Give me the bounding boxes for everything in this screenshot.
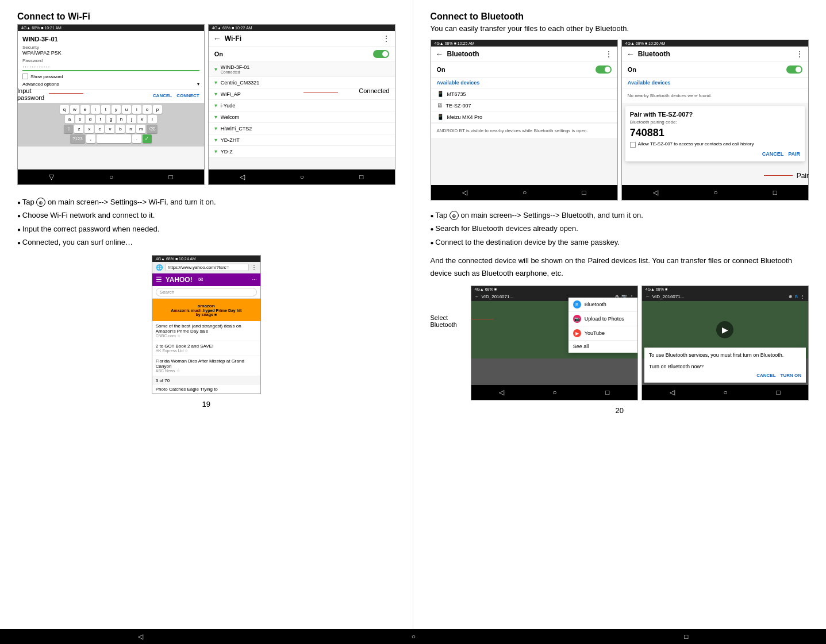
browser-url[interactable]: https://www.yahoo.com/?tsrc= (165, 264, 249, 271)
nav-home-1[interactable]: ○ (109, 173, 113, 181)
key-h[interactable]: h (117, 115, 126, 124)
key-c[interactable]: c (95, 125, 104, 133)
bt-menu-dots-1[interactable]: ⋮ (605, 49, 613, 59)
nav-recent-1[interactable]: □ (168, 173, 172, 181)
bt-device-name-2: Meizu MX4 Pro (447, 114, 483, 120)
turn-on-confirm-button[interactable]: TURN ON (781, 373, 801, 378)
mail-icon[interactable]: ✉ (198, 276, 203, 283)
news-item-2[interactable]: 2 to GO!! Book 2 and SAVE! HK Express Lt… (152, 341, 260, 356)
bt-device-0[interactable]: 📱 MT6735 (431, 88, 617, 100)
key-a[interactable]: a (65, 115, 74, 124)
key-enter[interactable]: ✓ (143, 134, 152, 143)
key-k[interactable]: k (137, 115, 147, 124)
advanced-options-row[interactable]: Advanced options ▾ (22, 82, 199, 90)
news-item-3[interactable]: Florida Woman Dies After Misstep at Gran… (152, 356, 260, 376)
key-b[interactable]: b (116, 125, 125, 133)
share-photos-item[interactable]: 📷 Upload to Photos (568, 312, 637, 326)
share-nav-back-2[interactable]: ◁ (670, 388, 675, 396)
key-numbers[interactable]: ?123 (70, 134, 85, 143)
key-o[interactable]: o (143, 105, 152, 114)
key-v[interactable]: v (105, 125, 114, 133)
cancel-button[interactable]: CANCEL (153, 93, 172, 98)
network-item-5[interactable]: ▾ HiWiFi_CTS2 (209, 123, 395, 134)
turn-on-cancel-button[interactable]: CANCEL (756, 373, 775, 378)
bt-toggle-switch-1[interactable] (596, 65, 612, 74)
key-backspace[interactable]: ⌫ (147, 125, 157, 133)
bt-nav-back-1[interactable]: ◁ (462, 188, 467, 196)
share-icon-2[interactable]: ⊕ (789, 294, 793, 299)
network-item-0[interactable]: ▾ WIND-3F-01 Connected (209, 62, 395, 77)
key-z[interactable]: z (74, 125, 83, 133)
show-password-checkbox[interactable] (22, 74, 28, 79)
hamburger-icon[interactable]: ☰ (156, 276, 162, 284)
wifi-back-arrow[interactable]: ← (213, 34, 221, 43)
network-item-6[interactable]: ▾ YD-ZHT (209, 134, 395, 146)
network-item-3[interactable]: ▾ i-Yude (209, 100, 395, 111)
share-nav-recent[interactable]: □ (605, 388, 609, 396)
bt-back-arrow-2[interactable]: ← (627, 49, 635, 59)
key-shift[interactable]: ⇧ (64, 125, 73, 133)
key-t[interactable]: t (101, 105, 110, 114)
bt-toggle-switch-2[interactable] (786, 65, 802, 74)
pair-pair-button[interactable]: PAIR (788, 151, 800, 157)
share-yt-item[interactable]: ▶ YouTube (568, 326, 637, 341)
key-g[interactable]: g (106, 115, 116, 124)
key-s[interactable]: s (75, 115, 84, 124)
bt-nav-back-2[interactable]: ◁ (653, 188, 658, 196)
key-f[interactable]: f (96, 115, 105, 124)
share-see-all-item[interactable]: See all (568, 341, 637, 353)
network-name-6: YD-ZHT (221, 137, 389, 143)
key-w[interactable]: w (70, 105, 79, 114)
key-i[interactable]: i (132, 105, 141, 114)
network-item-4[interactable]: ▾ Welcom (209, 111, 395, 123)
nav-back-2[interactable]: ◁ (240, 173, 245, 181)
share-nav-home[interactable]: ○ (552, 388, 556, 396)
share-bt-item[interactable]: B Bluetooth (568, 298, 637, 312)
key-u[interactable]: u (122, 105, 131, 114)
key-e[interactable]: e (80, 105, 90, 114)
bt-nav-home-1[interactable]: ○ (523, 188, 527, 196)
bt-device-1[interactable]: 🖥 TE-SZ-007 (431, 100, 617, 111)
key-q[interactable]: q (60, 105, 69, 114)
network-item-1[interactable]: ▾ Centric_CM3321 (209, 77, 395, 88)
share-back-btn-2[interactable]: ← (646, 294, 650, 299)
bt-back-arrow-1[interactable]: ← (436, 49, 444, 59)
share-back-btn[interactable]: ← (475, 294, 479, 299)
pair-cancel-button[interactable]: CANCEL (762, 151, 784, 157)
yahoo-search-input[interactable] (156, 288, 257, 296)
network-item-7[interactable]: ▾ YD-Z (209, 146, 395, 157)
connect-button[interactable]: CONNECT (176, 93, 199, 98)
browser-menu-dots[interactable]: ⋮ (251, 264, 257, 271)
nav-home-2[interactable]: ○ (300, 173, 304, 181)
bt-nav-recent-1[interactable]: □ (582, 188, 586, 196)
key-j[interactable]: j (127, 115, 136, 124)
key-x[interactable]: x (84, 125, 94, 133)
news-item-1[interactable]: Some of the best (and strangest) deals o… (152, 321, 260, 341)
pair-checkbox[interactable] (630, 142, 636, 148)
bt-nav-recent-2[interactable]: □ (773, 188, 777, 196)
key-y[interactable]: y (112, 105, 121, 114)
wifi-menu-dots[interactable]: ⋮ (382, 34, 390, 43)
share-more-icon-2[interactable]: ⋮ (800, 294, 805, 299)
more-icon[interactable]: ··· (252, 276, 256, 283)
password-input[interactable]: ············ (22, 63, 199, 71)
key-r[interactable]: r (91, 105, 100, 114)
key-l[interactable]: l (148, 115, 157, 124)
key-period[interactable]: . (132, 134, 141, 143)
share-nav-recent-2[interactable]: □ (776, 388, 780, 396)
key-comma[interactable]: , (86, 134, 95, 143)
key-n[interactable]: n (126, 125, 135, 133)
play-button[interactable]: ▶ (716, 321, 733, 338)
share-nav-back[interactable]: ◁ (499, 388, 504, 396)
key-m[interactable]: m (136, 125, 145, 133)
bt-device-2[interactable]: 📱 Meizu MX4 Pro (431, 111, 617, 123)
nav-back-1[interactable]: ▽ (49, 173, 54, 181)
bt-menu-dots-2[interactable]: ⋮ (796, 49, 804, 59)
share-nav-home-2[interactable]: ○ (724, 388, 728, 396)
key-d[interactable]: d (86, 115, 95, 124)
bt-nav-home-2[interactable]: ○ (713, 188, 717, 196)
key-p[interactable]: p (153, 105, 162, 114)
nav-recent-2[interactable]: □ (359, 173, 363, 181)
key-space[interactable] (97, 134, 131, 143)
wifi-toggle-switch[interactable] (373, 50, 389, 58)
